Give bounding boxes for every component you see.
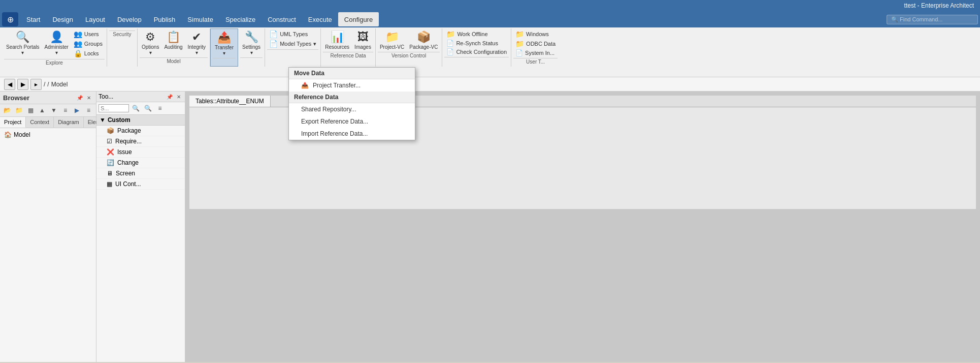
browser-menu-button[interactable]: ≡ bbox=[83, 105, 94, 115]
toolbox-item-issue[interactable]: ❌ Issue bbox=[96, 147, 185, 158]
work-offline-button[interactable]: 📁 Work Offline bbox=[444, 29, 509, 39]
settings-icon: 🔧 bbox=[245, 31, 258, 44]
tab-project[interactable]: Project bbox=[0, 117, 26, 128]
menu-specialize[interactable]: Specialize bbox=[219, 12, 262, 26]
browser-pin-button[interactable]: 📌 bbox=[76, 94, 84, 102]
screen-label: Screen bbox=[116, 170, 135, 177]
browser-tree: 🏠 Model bbox=[0, 128, 96, 141]
toolbox-section-custom[interactable]: ▼ Custom bbox=[96, 115, 185, 126]
administer-button[interactable]: 👤 Administer ▾ bbox=[43, 29, 71, 56]
system-in-label: System In... bbox=[525, 50, 554, 56]
windows-button[interactable]: 📁 Windows bbox=[513, 29, 558, 39]
menu-design[interactable]: Design bbox=[46, 12, 79, 26]
toolbox-item-uicont[interactable]: ▦ UI Cont... bbox=[96, 179, 185, 190]
toolbox-item-require[interactable]: ☑ Require... bbox=[96, 136, 185, 147]
package-vc-button[interactable]: 📦 Package-VC bbox=[407, 29, 440, 51]
tree-item-model[interactable]: 🏠 Model bbox=[2, 130, 94, 139]
locks-button[interactable]: 🔒 Locks bbox=[72, 49, 105, 58]
browser-up-button[interactable]: ▲ bbox=[37, 105, 48, 115]
dropdown-item-shared-repo[interactable]: Shared Repository... bbox=[289, 103, 415, 115]
toolbox-search-btn[interactable]: 🔍 bbox=[130, 103, 141, 113]
toolbox-item-screen[interactable]: 🖥 Screen bbox=[96, 168, 185, 179]
security-group-label: Security bbox=[109, 31, 135, 37]
re-synch-button[interactable]: 📄 Re-Synch Status bbox=[444, 39, 509, 47]
toolbox-content: ▼ Custom 📦 Package ☑ Require... ❌ Issue … bbox=[96, 115, 185, 362]
toolbox-header: Too... 📌 ✕ bbox=[96, 92, 185, 102]
locks-icon: 🔒 bbox=[74, 49, 82, 57]
uml-types-icon: 📄 bbox=[269, 30, 278, 38]
options-icon: ⚙ bbox=[145, 31, 155, 44]
menu-simulate[interactable]: Simulate bbox=[181, 12, 219, 26]
dropdown-item-import-ref[interactable]: Import Reference Data... bbox=[289, 128, 415, 140]
browser-sort-button[interactable]: ≡ bbox=[60, 105, 71, 115]
resources-button[interactable]: 📊 Resources bbox=[323, 29, 351, 51]
integrity-button[interactable]: ✔ Integrity ▾ bbox=[186, 29, 208, 56]
toolbox-pin-button[interactable]: 📌 bbox=[166, 93, 174, 101]
app-logo[interactable]: ⊕ bbox=[2, 12, 18, 26]
toolbox-item-package[interactable]: 📦 Package bbox=[96, 126, 185, 136]
settings-button[interactable]: 🔧 Settings ▾ bbox=[240, 29, 263, 56]
main-area: Browser 📌 ✕ 📂 📁 ▦ ▲ ▼ ≡ ▶ ≡ Project Cont… bbox=[0, 92, 980, 362]
images-button[interactable]: 🖼 Images bbox=[352, 29, 373, 51]
options-arrow: ▾ bbox=[149, 50, 152, 55]
nav-back-button[interactable]: ◀ bbox=[4, 79, 15, 90]
settings-arrow: ▾ bbox=[250, 50, 253, 55]
check-config-label: Check Configuration bbox=[456, 49, 507, 55]
users-button[interactable]: 👥 Users bbox=[72, 29, 105, 39]
nav-path: / / Model bbox=[44, 81, 68, 88]
browser-down-button[interactable]: ▼ bbox=[49, 105, 59, 115]
users-icon: 👥 bbox=[74, 30, 82, 38]
search-portals-button[interactable]: 🔍 Search Portals ▾ bbox=[4, 29, 42, 56]
dropdown-item-export-ref[interactable]: Export Reference Data... bbox=[289, 115, 415, 128]
menu-execute[interactable]: Execute bbox=[302, 12, 338, 26]
import-ref-label: Import Reference Data... bbox=[301, 130, 368, 137]
toolbox-item-change[interactable]: 🔄 Change bbox=[96, 158, 185, 168]
groups-button[interactable]: 👥 Groups bbox=[72, 39, 105, 48]
toolbox-menu-btn[interactable]: ≡ bbox=[154, 103, 166, 113]
dropdown-item-project-transfer[interactable]: 📤 Project Transfer... bbox=[289, 79, 415, 92]
re-synch-icon: 📄 bbox=[446, 40, 454, 47]
toolbox-close-button[interactable]: ✕ bbox=[175, 93, 183, 101]
toolbox-section-label: Custom bbox=[108, 116, 130, 124]
reference-data-label: Reference Data bbox=[294, 94, 338, 101]
system-in-button[interactable]: 📄 System In... bbox=[513, 49, 558, 57]
nav-forward-button[interactable]: ▶ bbox=[17, 79, 28, 90]
toolbox-search2-btn[interactable]: 🔍 bbox=[142, 103, 153, 113]
menu-develop[interactable]: Develop bbox=[111, 12, 148, 26]
tab-diagram[interactable]: Diagram bbox=[54, 117, 84, 128]
menu-configure[interactable]: Configure bbox=[338, 12, 379, 26]
auditing-icon: 📋 bbox=[167, 31, 180, 44]
search-box[interactable]: 🔍 Find Command... bbox=[887, 15, 978, 24]
ribbon-group-explore: 🔍 Search Portals ▾ 👤 Administer ▾ 👥 User… bbox=[2, 28, 107, 67]
transfer-button[interactable]: 📤 Transfer ▾ bbox=[213, 30, 236, 57]
options-button[interactable]: ⚙ Options ▾ bbox=[140, 29, 161, 56]
browser-folder-open-button[interactable]: 📂 bbox=[2, 105, 13, 115]
usertools-group-label: User T... bbox=[513, 58, 558, 65]
content-tab-enum[interactable]: Tables::Attribute__ENUM bbox=[189, 96, 271, 107]
toolbox-search-input[interactable] bbox=[99, 104, 129, 112]
integrity-icon: ✔ bbox=[192, 31, 201, 44]
browser-layout-button[interactable]: ▦ bbox=[25, 105, 36, 115]
package-label: Package bbox=[117, 127, 141, 134]
tab-context[interactable]: Context bbox=[26, 117, 54, 128]
menu-layout[interactable]: Layout bbox=[79, 12, 111, 26]
browser-folder-button[interactable]: 📁 bbox=[14, 105, 24, 115]
menu-start[interactable]: Start bbox=[20, 12, 46, 26]
odbc-button[interactable]: 📁 ODBC Data bbox=[513, 39, 558, 48]
nav-expand-button[interactable]: ▸ bbox=[30, 79, 42, 90]
model-types-button[interactable]: 📄 Model Types ▾ bbox=[267, 39, 318, 48]
browser-panel: Browser 📌 ✕ 📂 📁 ▦ ▲ ▼ ≡ ▶ ≡ Project Cont… bbox=[0, 92, 96, 362]
project-vc-button[interactable]: 📁 Project-VC bbox=[378, 29, 406, 51]
uicont-icon: ▦ bbox=[107, 180, 112, 188]
resources-icon: 📊 bbox=[331, 31, 344, 44]
check-config-button[interactable]: 📄 Check Configuration bbox=[444, 48, 509, 56]
auditing-button[interactable]: 📋 Auditing bbox=[162, 29, 184, 51]
vc-group-label: Version Control bbox=[378, 52, 440, 58]
browser-close-button[interactable]: ✕ bbox=[85, 94, 93, 102]
menu-publish[interactable]: Publish bbox=[148, 12, 182, 26]
refdata-group-label: Reference Data bbox=[323, 52, 373, 58]
menu-construct[interactable]: Construct bbox=[262, 12, 302, 26]
browser-move-button[interactable]: ▶ bbox=[72, 105, 82, 115]
uicont-label: UI Cont... bbox=[115, 180, 141, 188]
uml-types-button[interactable]: 📄 UML Types bbox=[267, 29, 318, 39]
